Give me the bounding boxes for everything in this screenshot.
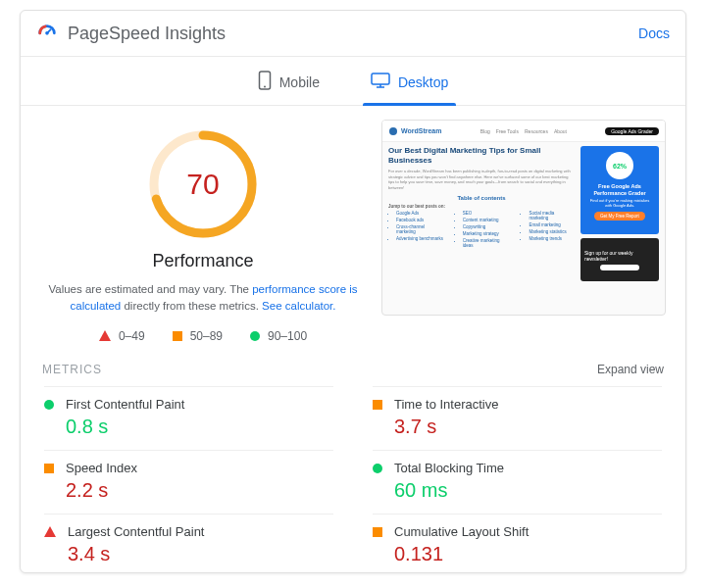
triangle-icon — [99, 330, 111, 341]
circle-icon — [373, 464, 382, 473]
legend-average: 50–89 — [173, 329, 223, 343]
docs-link[interactable]: Docs — [638, 25, 670, 41]
thumb-newsletter-input — [600, 265, 639, 270]
metric-lcp-value: 3.4 s — [68, 543, 204, 565]
thumb-newsletter-card: Sign up for our weekly newsletter! — [580, 238, 659, 281]
toc-item: Copywriting — [463, 224, 512, 229]
toc-item: Advertising benchmarks — [396, 236, 445, 241]
legend-poor-range: 0–49 — [119, 329, 145, 343]
toc-item: Creative marketing ideas — [463, 238, 512, 248]
circle-icon — [44, 400, 54, 410]
metric-tbt-value: 60 ms — [394, 479, 504, 502]
tab-mobile-label: Mobile — [279, 74, 320, 90]
toc-item: Marketing trends — [529, 236, 575, 241]
app-frame: PageSpeed Insights Docs Mobile Desktop — [20, 10, 686, 573]
tab-desktop[interactable]: Desktop — [359, 61, 460, 105]
score-legend: 0–49 50–89 90–100 — [99, 329, 307, 343]
thumb-toc-title: Table of contents — [388, 195, 575, 201]
svg-point-9 — [389, 127, 397, 135]
metric-si-value: 2.2 s — [66, 479, 137, 502]
thumb-brand: WordStream — [401, 127, 442, 134]
performance-label: Performance — [152, 251, 253, 271]
toc-item: Marketing strategy — [463, 231, 512, 236]
thumb-main: Our Best Digital Marketing Tips for Smal… — [388, 146, 575, 311]
metric-tbt: Total Blocking Time 60 ms — [373, 450, 662, 502]
performance-score: 70 — [144, 125, 262, 243]
thumb-header: WordStream Blog Free Tools Resources Abo… — [382, 121, 665, 142]
thumb-newsletter-text: Sign up for our weekly newsletter! — [584, 250, 655, 262]
metric-fcp-name: First Contentful Paint — [66, 397, 184, 412]
page-thumbnail: WordStream Blog Free Tools Resources Abo… — [381, 120, 666, 316]
legend-average-range: 50–89 — [190, 329, 223, 343]
square-icon — [173, 331, 182, 341]
metric-si-name: Speed Index — [66, 461, 137, 475]
header: PageSpeed Insights Docs — [21, 11, 685, 57]
toc-item: Facebook ads — [396, 218, 445, 222]
toc-item: Email marketing — [529, 222, 575, 227]
thumb-promo-button: Get My Free Report — [594, 212, 645, 220]
tab-mobile[interactable]: Mobile — [246, 61, 331, 105]
thumb-toc-jump: Jump to our best posts on: — [388, 204, 575, 209]
thumb-promo-gauge: 62% — [606, 152, 633, 179]
metric-cls-value: 0.131 — [394, 543, 529, 565]
metric-fcp: First Contentful Paint 0.8 s — [44, 386, 333, 438]
device-tabs: Mobile Desktop — [21, 57, 685, 106]
metric-cls-name: Cumulative Layout Shift — [394, 524, 529, 539]
desktop-icon — [371, 73, 390, 91]
metrics-header: METRICS Expand view — [21, 349, 685, 378]
toc-item: Social media marketing — [529, 211, 575, 220]
thumb-nav: Blog Free Tools Resources About — [480, 128, 567, 134]
svg-rect-4 — [372, 74, 389, 84]
metrics-title: METRICS — [42, 363, 102, 376]
metric-si: Speed Index 2.2 s — [44, 450, 333, 502]
tab-desktop-label: Desktop — [398, 74, 448, 90]
triangle-icon — [44, 526, 56, 537]
thumb-body: Our Best Digital Marketing Tips for Smal… — [382, 142, 665, 315]
square-icon — [44, 464, 54, 473]
mobile-icon — [258, 71, 272, 93]
pagespeed-logo-icon — [36, 21, 58, 46]
metrics-grid: First Contentful Paint 0.8 s Time to Int… — [21, 378, 685, 574]
thumb-nav-4: About — [554, 128, 567, 134]
thumb-nav-2: Free Tools — [496, 128, 519, 134]
metric-tti-value: 3.7 s — [394, 416, 498, 438]
app-title: PageSpeed Insights — [68, 24, 226, 44]
metric-cls: Cumulative Layout Shift 0.131 — [373, 514, 662, 565]
toc-item: Marketing statistics — [529, 229, 575, 234]
thumb-nav-1: Blog — [480, 128, 490, 134]
metric-lcp: Largest Contentful Paint 3.4 s — [44, 514, 333, 565]
desc-text-2: directly from these metrics. — [121, 300, 262, 312]
summary-area: 70 Performance Values are estimated and … — [21, 106, 685, 349]
thumb-promo-card: 62% Free Google Ads Performance Grader F… — [580, 146, 659, 234]
metric-fcp-value: 0.8 s — [66, 416, 184, 438]
toc-item: Content marketing — [463, 218, 512, 222]
expand-view-link[interactable]: Expand view — [597, 363, 664, 376]
thumb-logo: WordStream — [388, 126, 442, 136]
toc-item: Google Ads — [396, 211, 445, 216]
toc-item: SEO — [463, 211, 512, 216]
legend-good: 90–100 — [250, 329, 307, 343]
performance-description: Values are estimated and may vary. The p… — [46, 281, 360, 316]
svg-line-1 — [47, 29, 51, 33]
thumb-promo-sub: Find out if you're making mistakes with … — [586, 198, 653, 208]
square-icon — [373, 527, 382, 537]
thumb-toc: Google Ads Facebook ads Cross-channel ma… — [388, 211, 575, 250]
performance-column: 70 Performance Values are estimated and … — [40, 120, 366, 343]
thumb-promo-title: Free Google Ads Performance Grader — [586, 183, 653, 196]
desc-text-1: Values are estimated and may vary. The — [48, 283, 252, 295]
metric-tti: Time to Interactive 3.7 s — [373, 386, 662, 438]
thumb-paragraph: For over a decade, WordStream has been p… — [388, 169, 575, 190]
performance-gauge: 70 — [144, 125, 262, 243]
toc-item: Cross-channel marketing — [396, 224, 445, 234]
legend-good-range: 90–100 — [268, 329, 307, 343]
square-icon — [373, 400, 382, 410]
thumb-cta: Google Ads Grader — [605, 127, 659, 135]
circle-icon — [250, 331, 260, 341]
thumb-nav-3: Resources — [525, 128, 548, 134]
see-calculator-link[interactable]: See calculator. — [262, 300, 335, 312]
metric-lcp-name: Largest Contentful Paint — [68, 524, 204, 539]
thumb-sidebar: 62% Free Google Ads Performance Grader F… — [580, 146, 659, 311]
metric-tbt-name: Total Blocking Time — [394, 461, 504, 475]
brand: PageSpeed Insights — [36, 21, 226, 46]
legend-poor: 0–49 — [99, 329, 145, 343]
